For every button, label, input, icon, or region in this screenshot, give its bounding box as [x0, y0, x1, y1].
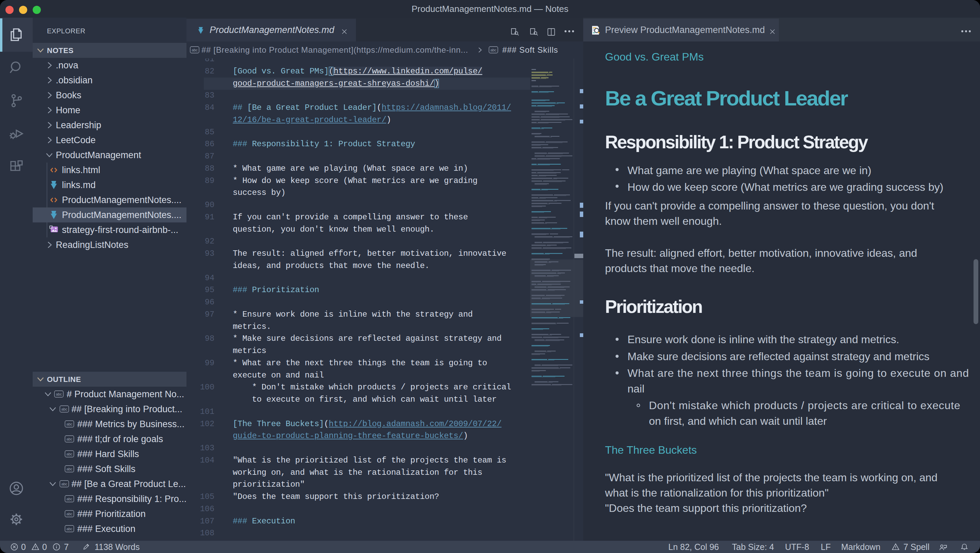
svg-text:abc: abc — [61, 407, 67, 411]
svg-text:abc: abc — [56, 392, 62, 396]
svg-text:abc: abc — [490, 48, 496, 52]
svg-text:abc: abc — [66, 452, 73, 456]
svg-text:abc: abc — [66, 467, 73, 471]
svg-text:abc: abc — [66, 437, 73, 441]
svg-text:abc: abc — [66, 497, 73, 501]
svg-text:abc: abc — [61, 482, 67, 486]
svg-text:abc: abc — [66, 512, 73, 516]
svg-text:abc: abc — [66, 527, 73, 531]
svg-text:abc: abc — [192, 48, 198, 52]
svg-text:abc: abc — [66, 422, 73, 426]
